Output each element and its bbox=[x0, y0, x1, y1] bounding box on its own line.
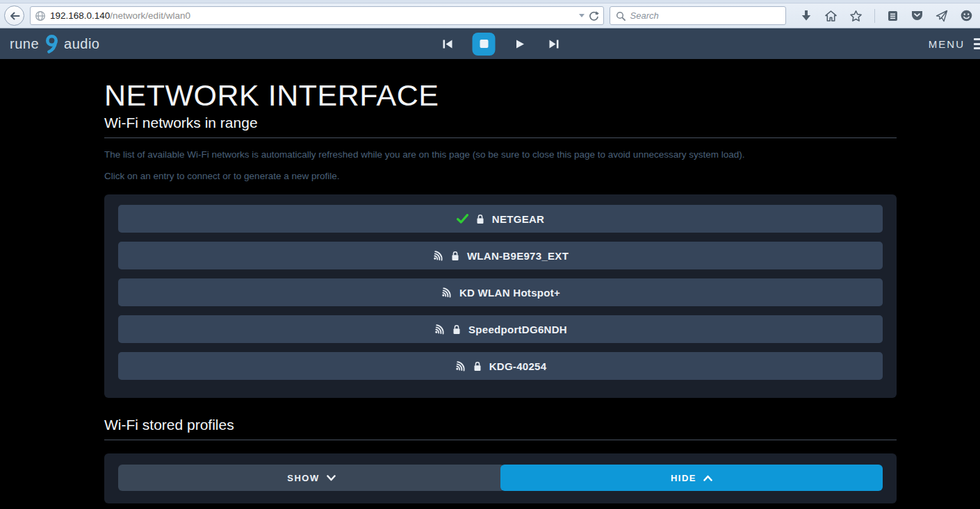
playback-controls bbox=[439, 28, 562, 59]
wifi-ssid: WLAN-B9E973_EXT bbox=[467, 250, 569, 262]
previous-track-button[interactable] bbox=[439, 32, 456, 56]
wifi-network-row[interactable]: WLAN-B9E973_EXT bbox=[118, 242, 883, 269]
search-placeholder: Search bbox=[630, 10, 659, 21]
show-profiles-button[interactable]: SHOW bbox=[118, 465, 505, 491]
logo-text-rune: rune bbox=[10, 36, 39, 52]
url-dropdown-caret-icon[interactable] bbox=[579, 14, 585, 17]
section-heading-networks: Wi-Fi networks in range bbox=[104, 115, 897, 138]
lock-icon bbox=[476, 214, 484, 224]
show-button-label: SHOW bbox=[287, 473, 319, 483]
wifi-network-list: NETGEARWLAN-B9E973_EXTKD WLAN Hotspot+Sp… bbox=[104, 194, 897, 398]
section-heading-profiles: Wi-Fi stored profiles bbox=[104, 417, 897, 440]
search-icon bbox=[616, 11, 626, 21]
hide-profiles-button[interactable]: HIDE bbox=[500, 465, 883, 491]
lock-icon bbox=[473, 361, 482, 372]
networks-description-1: The list of available Wi-Fi networks is … bbox=[104, 149, 897, 160]
menu-label: MENU bbox=[929, 38, 965, 50]
main-content: NETWORK INTERFACE Wi-Fi networks in rang… bbox=[104, 78, 897, 503]
url-bar[interactable]: 192.168.0.140/network/edit/wlan0 bbox=[30, 6, 604, 25]
wifi-ssid: KD WLAN Hotspot+ bbox=[459, 287, 560, 299]
next-track-button[interactable] bbox=[546, 32, 562, 56]
chevron-up-icon bbox=[703, 475, 712, 481]
wifi-network-row[interactable]: KDG-40254 bbox=[118, 352, 883, 380]
chevron-down-icon bbox=[327, 475, 336, 481]
hamburger-icon bbox=[974, 38, 980, 49]
screen: 192.168.0.140/network/edit/wlan0 Search bbox=[0, 0, 980, 509]
download-icon[interactable] bbox=[800, 10, 812, 22]
stop-button[interactable] bbox=[473, 33, 496, 56]
wifi-network-row[interactable]: SpeedportDG6NDH bbox=[118, 315, 883, 343]
url-path: /network/edit/wlan0 bbox=[110, 10, 190, 21]
networks-description-2: Click on an entry to connect or to gener… bbox=[104, 171, 897, 181]
pocket-icon[interactable] bbox=[910, 10, 924, 22]
reading-list-icon[interactable] bbox=[887, 10, 899, 22]
wifi-signal-icon bbox=[454, 360, 466, 372]
play-button[interactable] bbox=[512, 32, 529, 56]
toolbar-separator bbox=[874, 9, 875, 23]
app-header: rune audio MENU bbox=[0, 28, 980, 59]
wifi-ssid: SpeedportDG6NDH bbox=[468, 324, 567, 335]
stored-profiles-panel: SHOW HIDE bbox=[104, 453, 897, 503]
wifi-ssid: NETGEAR bbox=[492, 213, 544, 225]
globe-icon bbox=[35, 10, 46, 22]
browser-navbar: 192.168.0.140/network/edit/wlan0 Search bbox=[0, 3, 980, 28]
search-box[interactable]: Search bbox=[610, 6, 786, 25]
lock-icon bbox=[451, 251, 459, 261]
wifi-network-row[interactable]: KD WLAN Hotspot+ bbox=[118, 278, 883, 306]
send-plane-icon[interactable] bbox=[936, 10, 948, 22]
smiley-feedback-icon[interactable] bbox=[960, 9, 973, 22]
stop-icon bbox=[480, 40, 488, 48]
wifi-signal-icon bbox=[432, 249, 444, 262]
hide-button-label: HIDE bbox=[671, 473, 696, 483]
runeaudio-logo-icon bbox=[44, 34, 59, 53]
connected-check-icon bbox=[457, 214, 468, 224]
runeaudio-logo[interactable]: rune audio bbox=[10, 34, 99, 53]
page-title: NETWORK INTERFACE bbox=[104, 78, 897, 112]
reload-icon[interactable] bbox=[589, 10, 599, 21]
bookmark-star-icon[interactable] bbox=[849, 10, 863, 22]
url-host: 192.168.0.140 bbox=[50, 10, 110, 21]
url-text: 192.168.0.140/network/edit/wlan0 bbox=[50, 10, 575, 21]
lock-icon bbox=[452, 324, 461, 335]
logo-text-audio: audio bbox=[64, 36, 99, 52]
wifi-signal-icon bbox=[440, 286, 452, 299]
wifi-network-row[interactable]: NETGEAR bbox=[118, 205, 883, 233]
menu-button[interactable]: MENU bbox=[929, 28, 980, 59]
browser-chrome: 192.168.0.140/network/edit/wlan0 Search bbox=[0, 0, 980, 28]
toolbar-icons bbox=[800, 9, 973, 23]
wifi-ssid: KDG-40254 bbox=[489, 360, 547, 372]
back-arrow-icon bbox=[9, 11, 20, 21]
home-icon[interactable] bbox=[824, 10, 838, 22]
wifi-signal-icon bbox=[433, 323, 446, 335]
back-button[interactable] bbox=[4, 6, 24, 26]
